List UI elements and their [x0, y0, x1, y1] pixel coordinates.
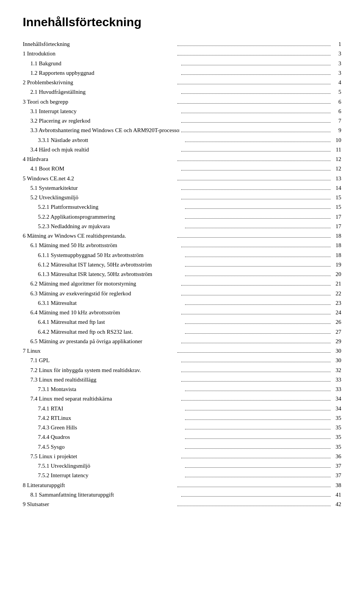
toc-dots: [177, 161, 331, 161]
toc-dots: [185, 467, 331, 468]
toc-page-number: 21: [332, 279, 341, 288]
toc-entry: 7.4.5 Sysgo35: [23, 443, 341, 451]
toc-page-number: 15: [332, 193, 341, 202]
toc-page-number: 37: [332, 471, 341, 480]
toc-dots: [185, 438, 331, 439]
toc-page-number: 3: [332, 59, 341, 68]
toc-dots: [185, 218, 331, 219]
toc-entry-label: 6.2 Mätning med algoritmer för motorstyr…: [30, 279, 180, 288]
toc-page-number: 32: [332, 366, 341, 375]
toc-dots: [181, 372, 331, 372]
toc-page-number: 35: [332, 443, 341, 451]
toc-entry-label: 7.2 Linux för inbyggda system med realti…: [30, 366, 180, 375]
toc-entry: 3 Teori och begrepp6: [23, 98, 341, 106]
toc-entry-label: 6.1 Mätning med 50 Hz avbrottsström: [30, 241, 180, 250]
toc-page-number: 33: [332, 375, 341, 384]
toc-container: Innehållsförteckning11 Introduktion31.1 …: [23, 40, 341, 509]
toc-dots: [185, 477, 331, 477]
toc-entry-label: 7.4.3 Green Hills: [38, 423, 184, 432]
toc-dots: [185, 276, 331, 276]
toc-dots: [185, 429, 331, 429]
toc-dots: [181, 458, 331, 458]
toc-dots: [185, 304, 331, 305]
toc-entry: 6.4 Mätning med 10 kHz avbrottsström24: [23, 308, 341, 317]
toc-entry-label: 4.1 Boot ROM: [30, 164, 180, 173]
toc-page-number: 10: [332, 136, 341, 145]
toc-entry-label: 7.4.2 RTLinux: [38, 414, 184, 423]
toc-entry-label: 5.2.1 Plattformsutveckling: [38, 203, 184, 211]
toc-entry: 5.2 Utvecklingsmiljö15: [23, 193, 341, 202]
toc-dots: [181, 400, 331, 401]
toc-dots: [185, 266, 331, 267]
toc-dots: [177, 46, 331, 46]
toc-entry-label: 1.1 Bakgrund: [30, 59, 180, 68]
toc-page-number: 22: [332, 289, 341, 298]
toc-page-number: 33: [332, 385, 341, 394]
toc-entry: 6 Mätning av Windows CE realtidsprestand…: [23, 232, 341, 240]
toc-page-number: 41: [332, 490, 341, 499]
toc-dots: [185, 257, 331, 257]
toc-entry: 9 Slutsatser42: [23, 500, 341, 509]
toc-dots: [181, 496, 331, 497]
toc-dots: [181, 247, 331, 247]
toc-page-number: 1: [332, 40, 341, 49]
toc-entry: 4 Hårdvara12: [23, 155, 341, 164]
toc-page-number: 18: [332, 241, 341, 250]
toc-page-number: 35: [332, 414, 341, 423]
toc-dots: [181, 199, 331, 199]
toc-entry: 6.4.1 Mätresultat med ftp last26: [23, 318, 341, 326]
toc-entry: 7.4 Linux med separat realtidskärna34: [23, 394, 341, 403]
toc-dots: [181, 74, 331, 75]
toc-dots: [185, 208, 331, 209]
toc-entry: Innehållsförteckning1: [23, 40, 341, 49]
toc-entry-label: 8 Litteraturuppgift: [23, 481, 176, 490]
toc-page-number: 29: [332, 337, 341, 346]
toc-entry-label: 6 Mätning av Windows CE realtidsprestand…: [23, 232, 176, 240]
toc-entry-label: 6.1.3 Mätresultat ISR latency, 50Hz avbr…: [38, 270, 184, 279]
toc-dots: [181, 295, 331, 295]
toc-dots: [181, 132, 331, 132]
toc-page-number: 20: [332, 270, 341, 279]
toc-entry: 5 Windows CE.net 4.213: [23, 174, 341, 183]
toc-dots: [181, 362, 331, 362]
toc-page-number: 5: [332, 88, 341, 96]
toc-entry-label: 6.3 Mätning av exekveringstid för regler…: [30, 289, 180, 298]
toc-dots: [177, 352, 331, 353]
toc-entry: 7.4.1 RTAI34: [23, 404, 341, 413]
toc-dots: [177, 180, 331, 180]
toc-entry: 8.1 Sammanfattning litteraturuppgift41: [23, 490, 341, 499]
toc-entry-label: 3.3 Avbrottshantering med Windows CE och…: [30, 126, 180, 135]
toc-entry-label: 6.4.1 Mätresultat med ftp last: [38, 318, 184, 326]
toc-entry: 6.3 Mätning av exekveringstid för regler…: [23, 289, 341, 298]
toc-entry: 7.5.2 Interrupt latency37: [23, 471, 341, 480]
toc-entry-label: 5.2.3 Nedladdning av mjukvara: [38, 222, 184, 231]
toc-entry-label: 3.4 Hård och mjuk realtid: [30, 145, 180, 154]
toc-dots: [185, 142, 331, 142]
toc-page-number: 12: [332, 164, 341, 173]
toc-dots: [181, 113, 331, 113]
toc-dots: [185, 448, 331, 449]
toc-page-number: 34: [332, 394, 341, 403]
toc-dots: [181, 314, 331, 314]
toc-entry: 1.2 Rapportens uppbyggnad3: [23, 69, 341, 77]
toc-page-number: 35: [332, 423, 341, 432]
toc-dots: [177, 487, 331, 487]
toc-entry-label: 2.1 Huvudfrågeställning: [30, 88, 180, 96]
toc-page-number: 11: [332, 145, 341, 154]
toc-entry-label: 5.2 Utvecklingsmiljö: [30, 193, 180, 202]
toc-page-number: 3: [332, 49, 341, 58]
toc-entry-label: 7.4 Linux med separat realtidskärna: [30, 394, 180, 403]
toc-entry: 5.1 Systemarkitektur14: [23, 184, 341, 192]
toc-entry: 3.2 Placering av reglerkod7: [23, 117, 341, 125]
toc-entry-label: 3 Teori och begrepp: [23, 98, 176, 106]
toc-entry-label: 6.4 Mätning med 10 kHz avbrottsström: [30, 308, 180, 317]
toc-entry: 6.1.3 Mätresultat ISR latency, 50Hz avbr…: [23, 270, 341, 279]
toc-entry-label: 9 Slutsatser: [23, 500, 176, 509]
toc-entry: 2 Problembeskrivning4: [23, 78, 341, 87]
toc-dots: [185, 410, 331, 410]
toc-page-number: 36: [332, 452, 341, 461]
toc-entry: 6.5 Mätning av prestanda på övriga appli…: [23, 337, 341, 346]
toc-page-number: 18: [332, 251, 341, 260]
toc-entry-label: 7.1 GPL: [30, 356, 180, 365]
toc-entry: 7.4.4 Quadros35: [23, 433, 341, 442]
